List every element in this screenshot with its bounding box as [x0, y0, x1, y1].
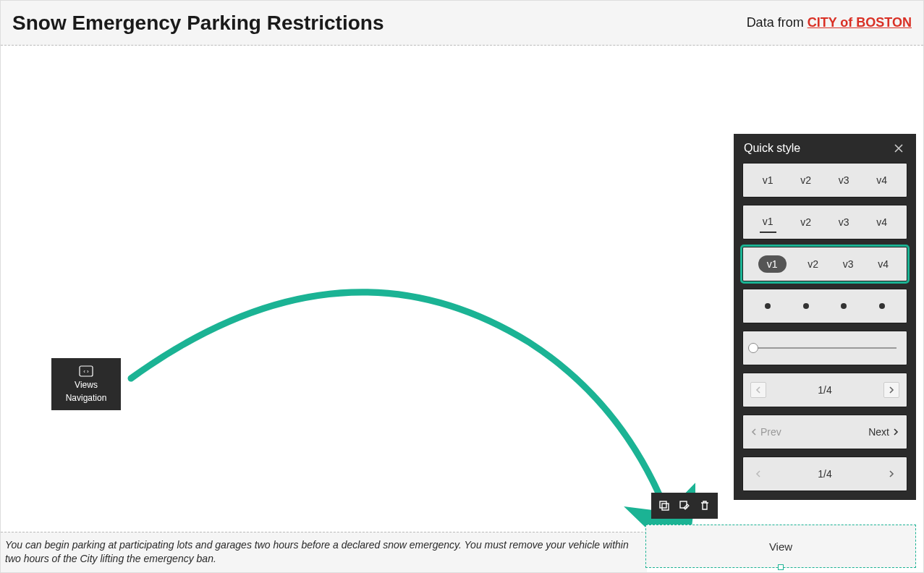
style-option-dots[interactable]	[742, 289, 907, 323]
dot-icon	[765, 303, 771, 309]
tab-label: v3	[836, 170, 852, 190]
style-option-prev-next[interactable]: Prev Next	[742, 415, 907, 449]
trash-icon	[699, 500, 711, 512]
tab-label: v4	[873, 170, 890, 190]
element-toolbar	[651, 493, 718, 519]
chevron-left-icon	[755, 470, 762, 478]
duplicate-icon	[658, 500, 670, 512]
edit-button[interactable]	[676, 497, 693, 514]
svg-rect-3	[662, 504, 669, 510]
views-nav-label-1: Views	[75, 380, 98, 390]
next-page-button[interactable]	[883, 466, 899, 482]
next-label: Next	[868, 426, 889, 438]
views-navigation-widget[interactable]: ‹ › Views Navigation	[51, 358, 121, 410]
style-option-tabs-pill[interactable]: v1 v2 v3 v4	[742, 247, 907, 281]
chevron-left-icon	[750, 428, 758, 436]
chevron-right-icon	[888, 470, 895, 478]
page-title: Snow Emergency Parking Restrictions	[12, 12, 384, 35]
quick-style-header: Quick style	[734, 134, 916, 163]
style-option-tabs-plain[interactable]: v1 v2 v3 v4	[742, 163, 907, 198]
prev-page-button[interactable]	[750, 466, 766, 482]
slider-track	[753, 347, 897, 349]
quick-style-title: Quick style	[744, 142, 800, 155]
style-option-pager-plain[interactable]: 1/4	[742, 457, 907, 491]
svg-rect-4	[680, 501, 687, 508]
chevron-left-icon	[755, 386, 762, 394]
style-option-slider[interactable]	[742, 331, 907, 365]
data-credits: Data from CITY of BOSTON	[747, 15, 912, 30]
close-button[interactable]	[891, 141, 906, 156]
delete-button[interactable]	[696, 497, 713, 514]
resize-handle[interactable]	[778, 564, 784, 570]
tab-label: v4	[873, 212, 890, 232]
footer-note: You can begin parking at participating l…	[1, 532, 647, 572]
tab-label: v2	[797, 170, 814, 190]
svg-text:‹ ›: ‹ ›	[83, 368, 89, 375]
tab-label: v1	[760, 211, 776, 233]
tab-label: v4	[875, 254, 891, 274]
tab-label: v1	[760, 170, 776, 190]
svg-rect-2	[660, 501, 666, 508]
quick-style-body: v1 v2 v3 v4 v1 v2 v3 v4 v1 v2 v3 v4	[734, 163, 916, 500]
views-navigation-icon: ‹ ›	[79, 365, 93, 377]
pager-label: 1/4	[818, 468, 831, 480]
view-widget-selected[interactable]: View	[645, 525, 916, 568]
credit-link[interactable]: CITY of BOSTON	[808, 15, 912, 30]
slider-thumb[interactable]	[748, 343, 758, 353]
duplicate-button[interactable]	[656, 497, 673, 514]
prev-button[interactable]: Prev	[750, 426, 781, 438]
edit-icon	[679, 500, 690, 512]
next-page-button[interactable]	[883, 382, 899, 398]
annotation-arrow	[124, 270, 695, 552]
credit-prefix: Data from	[747, 15, 808, 30]
close-icon	[894, 143, 904, 153]
chevron-right-icon	[892, 428, 899, 436]
dot-icon	[803, 303, 809, 309]
tab-label: v3	[840, 254, 857, 274]
dot-icon	[841, 303, 847, 309]
next-button[interactable]: Next	[868, 426, 899, 438]
pager-label: 1/4	[818, 384, 831, 396]
tab-label: v1	[758, 255, 787, 273]
tab-label: v2	[805, 254, 821, 274]
tab-label: v3	[836, 212, 852, 232]
prev-label: Prev	[760, 426, 781, 438]
dot-icon	[879, 303, 885, 309]
view-widget-label: View	[769, 540, 792, 553]
style-option-tabs-underline[interactable]: v1 v2 v3 v4	[742, 205, 907, 239]
prev-page-button[interactable]	[750, 382, 766, 398]
style-option-pager-boxed[interactable]: 1/4	[742, 373, 907, 407]
footer-text: You can begin parking at participating l…	[5, 539, 629, 565]
app-header: Snow Emergency Parking Restrictions Data…	[1, 1, 923, 46]
chevron-right-icon	[888, 386, 895, 394]
views-nav-label-2: Navigation	[66, 393, 107, 403]
quick-style-panel: Quick style v1 v2 v3 v4 v1 v2 v3 v4 v1 v…	[734, 134, 916, 500]
tab-label: v2	[797, 212, 814, 232]
